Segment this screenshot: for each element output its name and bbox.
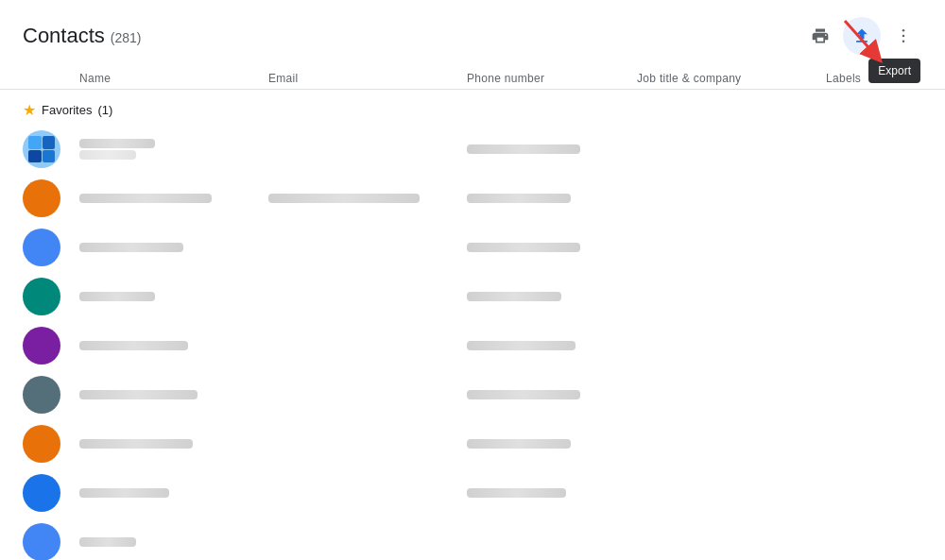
avatar [23,523,60,560]
contact-row[interactable] [23,174,922,223]
contact-count: (281) [111,30,142,45]
contact-name-area [79,537,268,547]
contact-name-blur [79,537,136,547]
avatar [23,474,60,512]
contact-name-blur [79,139,155,148]
col-name-header: Name [79,72,268,85]
contact-row[interactable] [23,223,922,272]
contact-phone-blur [467,488,566,498]
avatar [23,376,60,414]
contact-row[interactable] [23,321,922,370]
avatar [23,425,60,463]
contact-name-blur [79,439,193,449]
contact-email-area [268,191,467,206]
print-icon [811,26,830,45]
contact-name-area [79,390,268,399]
contact-phone-area [467,142,637,157]
contact-name-blur [79,341,188,350]
contact-row[interactable] [23,518,922,560]
col-email-header: Email [268,72,467,85]
contact-phone-area [467,240,637,255]
contact-phone-area [467,289,637,304]
contact-phone-blur [467,439,571,449]
avatar [23,229,60,266]
contacts-list [0,125,945,560]
table-header: Name Email Phone number Job title & comp… [0,60,945,90]
contact-name-area [79,488,268,498]
favorites-star-icon: ★ [23,101,36,119]
contact-row[interactable] [23,125,922,174]
contact-name-blur [79,292,155,301]
contact-name-blur [79,243,183,252]
svg-point-4 [902,41,905,43]
contact-name-blur [79,194,212,203]
contact-phone-blur [467,390,580,399]
col-phone-header: Phone number [467,72,637,85]
contact-name-blur [79,488,169,498]
contact-phone-blur [467,194,571,203]
contact-name-area [79,341,268,350]
favorites-section: ★ Favorites (1) [0,90,945,125]
contact-phone-blur [467,144,580,154]
contact-row[interactable] [23,370,922,419]
contact-email-blur [268,194,420,203]
col-job-header: Job title & company [637,72,826,85]
contact-phone-area [467,485,637,501]
contact-row[interactable] [23,419,922,468]
contact-row[interactable] [23,272,922,321]
page-title: Contacts [23,24,105,48]
page-header: Contacts (281) Export [0,0,945,55]
contact-phone-blur [467,341,576,350]
more-icon [894,26,913,45]
svg-point-2 [902,29,905,32]
contact-name-area [79,194,268,203]
svg-point-3 [902,35,905,38]
print-button[interactable] [801,17,839,55]
title-area: Contacts (281) [23,24,142,48]
contact-phone-blur [467,292,561,301]
avatar [23,278,60,315]
contact-phone-blur [467,243,580,252]
contact-phone-area [467,387,637,402]
avatar [23,179,60,217]
contact-phone-area [467,436,637,451]
contact-name-area [79,439,268,449]
contact-phone-area [467,338,637,353]
contact-name-area [79,139,268,160]
contact-name-area [79,292,268,301]
contact-subname-blur [79,150,136,160]
favorites-count: (1) [97,103,112,117]
annotation-arrow [835,13,892,70]
favorites-label: Favorites [42,103,92,117]
svg-line-1 [845,21,875,55]
contact-name-blur [79,390,198,399]
contact-name-area [79,243,268,252]
avatar [23,130,60,168]
contact-phone-area [467,191,637,206]
contact-row[interactable] [23,468,922,518]
avatar [23,327,60,365]
